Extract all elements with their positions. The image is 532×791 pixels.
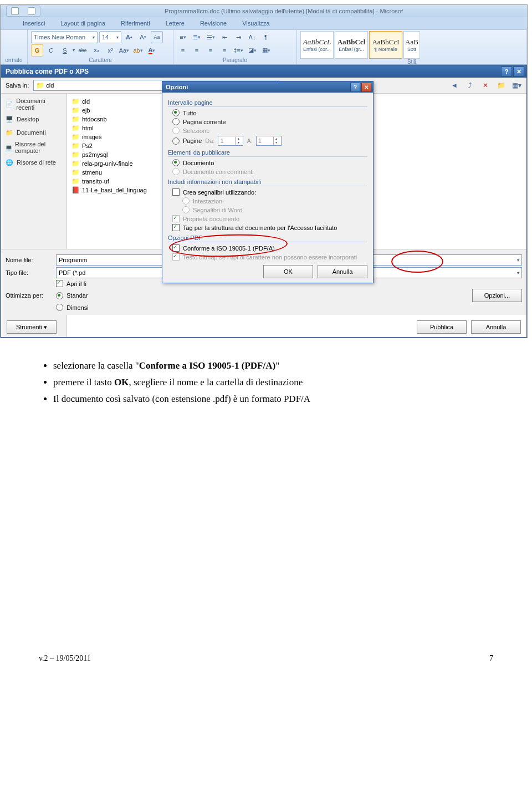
docprops-checkbox [172, 215, 180, 222]
help-icon[interactable]: ? [350, 83, 360, 92]
publish-dialog-title: Pubblica come PDF o XPS [6, 68, 89, 75]
font-size-combo[interactable]: 14▾ [99, 31, 121, 43]
line-spacing[interactable]: ‡≡ [232, 44, 244, 57]
paragraph-group-label: Paragrafo [177, 57, 293, 63]
publish-dialog-titlebar[interactable]: Pubblica come PDF o XPS ? ✕ [1, 65, 526, 78]
options-dialog: Opzioni ? ✕ Intervallo pagine Tutto Pagi… [162, 81, 374, 283]
indent[interactable]: ⇥ [232, 31, 244, 43]
sort[interactable]: A↓ [246, 31, 258, 43]
subscript-button[interactable]: x₂ [90, 44, 103, 57]
style-sott[interactable]: AaBSott [403, 31, 420, 59]
tab-riferimenti[interactable]: Riferimenti [121, 20, 150, 27]
highlight-button[interactable]: ab [132, 44, 144, 57]
section-range: Intervallo pagine [168, 99, 367, 107]
styles-gallery[interactable]: AaBbCcLEnfasi (cor... AaBbCclEnfasi (gr.… [300, 31, 523, 59]
shrink-font[interactable]: A▾ [137, 31, 149, 43]
strumenti-button[interactable]: Strumenti ▾ [7, 320, 57, 334]
close-icon[interactable]: ✕ [513, 67, 524, 76]
multilevel[interactable]: ☰ [204, 31, 217, 43]
borders[interactable]: ▦ [260, 44, 272, 57]
page-footer: v.2 – 19/05/2011 7 [0, 654, 532, 680]
align-left[interactable]: ≡ [177, 44, 189, 57]
back-icon[interactable]: ◄ [449, 80, 460, 91]
italic-button[interactable]: C [45, 44, 57, 57]
style-enfasi-cor[interactable]: AaBbCcLEnfasi (cor... [300, 31, 334, 59]
place-documenti[interactable]: 📁Documenti [3, 126, 64, 139]
open-after-checkbox[interactable] [56, 280, 63, 287]
page-from-spin[interactable]: 1▴▾ [218, 136, 243, 146]
optimize-minsize-radio[interactable] [56, 304, 63, 311]
bold-button[interactable]: G [31, 44, 43, 57]
cancel-button[interactable]: Annulla [318, 265, 367, 278]
ok-button[interactable]: OK [263, 265, 313, 278]
bookmarks-word-radio [182, 206, 190, 213]
ribbon: ormato Times New Roman▾ 14▾ A▴ A▾ Aa G C… [1, 29, 527, 65]
tab-lettere[interactable]: Lettere [166, 20, 185, 27]
help-icon[interactable]: ? [501, 67, 512, 76]
computer-icon: 💻 [4, 142, 13, 152]
shading[interactable]: ◪ [246, 44, 258, 57]
bullets[interactable]: ≡ [177, 31, 189, 43]
place-risorse-rete[interactable]: 🌐Risorse di rete [3, 156, 64, 169]
align-right[interactable]: ≡ [204, 44, 217, 57]
place-documenti-recenti[interactable]: 📄Documenti recenti [3, 96, 64, 113]
grow-font[interactable]: A▴ [123, 31, 135, 43]
new-folder-icon[interactable]: 📁 [495, 80, 507, 91]
annulla-button[interactable]: Annulla [471, 320, 521, 334]
justify[interactable]: ≡ [218, 44, 231, 57]
tab-revisione[interactable]: Revisione [200, 20, 227, 27]
change-case[interactable]: Aa [118, 44, 130, 57]
superscript-button[interactable]: x² [104, 44, 116, 57]
underline-button[interactable]: S [59, 44, 71, 57]
folder-icon [71, 177, 80, 185]
style-enfasi-gr[interactable]: AaBbCclEnfasi (gr... [335, 31, 368, 59]
numbering[interactable]: ≣ [191, 31, 203, 43]
font-color[interactable]: A [146, 44, 158, 57]
folder-icon [36, 81, 44, 89]
folder-icon [71, 115, 80, 123]
save-in-label: Salva in: [6, 82, 29, 89]
word-window: ProgrammaIIcm.doc (Ultimo salvataggio de… [0, 4, 528, 338]
pubblica-button[interactable]: Pubblica [417, 320, 467, 334]
tab-inserisci[interactable]: Inserisci [23, 20, 45, 27]
opzioni-button[interactable]: Opzioni... [472, 289, 522, 302]
bookmarks-checkbox[interactable] [172, 188, 180, 196]
iso-pdfa-checkbox[interactable] [172, 244, 180, 252]
tab-visualizza[interactable]: Visualizza [242, 20, 269, 27]
tab-layout[interactable]: Layout di pagina [60, 20, 105, 27]
desktop-icon: 🖥️ [4, 114, 14, 124]
strike-button[interactable]: abc [76, 44, 89, 57]
align-center[interactable]: ≡ [191, 44, 203, 57]
delete-icon[interactable]: ✕ [480, 80, 491, 91]
range-current-radio[interactable] [172, 118, 180, 125]
publish-doc-radio[interactable] [172, 159, 180, 166]
style-normale[interactable]: AaBbCcI¶ Normale [369, 31, 402, 59]
font-name-combo[interactable]: Times New Roman▾ [31, 31, 98, 43]
clear-formatting[interactable]: Aa [151, 31, 163, 43]
place-desktop[interactable]: 🖥️Desktop [3, 113, 64, 126]
range-selection-radio [172, 127, 180, 134]
folder-icon [71, 106, 80, 114]
publish-doc-comments-radio [172, 168, 180, 175]
options-titlebar[interactable]: Opzioni ? ✕ [162, 81, 373, 93]
network-icon: 🌐 [4, 157, 14, 167]
range-all-radio[interactable] [172, 109, 180, 116]
outdent[interactable]: ⇤ [218, 31, 231, 43]
up-icon[interactable]: ⤴ [464, 80, 475, 91]
optimize-label: Ottimizza per: [6, 292, 53, 299]
page-to-spin[interactable]: 1▴▾ [256, 136, 282, 146]
bullet-3: Il documento così salvato (con estension… [53, 394, 493, 405]
folder-icon [71, 124, 80, 132]
place-risorse-computer[interactable]: 💻Risorse del computer [3, 139, 64, 156]
quick-access-toolbar[interactable] [6, 6, 40, 17]
optimize-standard-radio[interactable] [56, 292, 63, 299]
bullet-2: premere il tasto OK, scegliere il nome e… [53, 377, 493, 388]
views-icon[interactable]: ▦▾ [511, 80, 522, 91]
show-marks[interactable]: ¶ [260, 31, 272, 43]
documents-icon: 📁 [4, 127, 14, 137]
range-pages-radio[interactable] [172, 137, 180, 145]
tags-checkbox[interactable] [172, 224, 180, 231]
close-icon[interactable]: ✕ [361, 83, 371, 92]
folder-icon [71, 133, 80, 141]
filetype-label: Tipo file: [6, 269, 53, 276]
